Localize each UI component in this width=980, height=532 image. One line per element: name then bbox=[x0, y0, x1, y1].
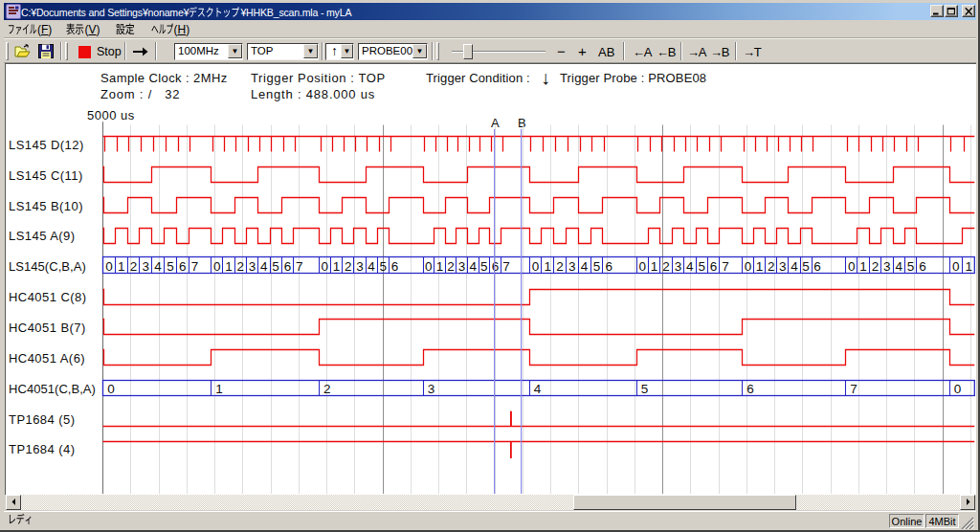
svg-text:1: 1 bbox=[333, 259, 341, 274]
svg-text:3: 3 bbox=[458, 259, 466, 274]
svg-text:1: 1 bbox=[215, 382, 223, 396]
svg-text:1: 1 bbox=[436, 259, 444, 274]
svg-text:1: 1 bbox=[859, 259, 867, 274]
svg-text:0: 0 bbox=[107, 382, 115, 396]
svg-text:3: 3 bbox=[428, 382, 435, 396]
svg-text:1: 1 bbox=[965, 259, 972, 274]
svg-text:0: 0 bbox=[105, 259, 113, 274]
svg-text:0: 0 bbox=[954, 382, 962, 396]
svg-text:2: 2 bbox=[323, 382, 331, 396]
svg-text:4: 4 bbox=[895, 259, 902, 274]
svg-text:3: 3 bbox=[675, 259, 682, 274]
svg-text:7: 7 bbox=[502, 259, 510, 274]
svg-text:2: 2 bbox=[345, 259, 352, 274]
svg-text:7: 7 bbox=[296, 259, 303, 274]
svg-text:4: 4 bbox=[534, 382, 542, 396]
svg-text:0: 0 bbox=[638, 259, 646, 274]
svg-text:1: 1 bbox=[651, 259, 658, 274]
svg-text:5: 5 bbox=[480, 259, 488, 274]
svg-text:3: 3 bbox=[143, 259, 150, 274]
svg-text:3: 3 bbox=[249, 259, 256, 274]
svg-text:0: 0 bbox=[745, 259, 752, 274]
svg-text:0: 0 bbox=[425, 259, 433, 274]
svg-text:7: 7 bbox=[191, 259, 199, 274]
svg-text:5: 5 bbox=[167, 259, 174, 274]
svg-text:5: 5 bbox=[907, 259, 915, 274]
svg-text:0: 0 bbox=[952, 259, 960, 274]
svg-text:4: 4 bbox=[260, 259, 268, 274]
svg-text:4: 4 bbox=[686, 259, 694, 274]
svg-text:0: 0 bbox=[213, 259, 221, 274]
svg-text:6: 6 bbox=[179, 259, 187, 274]
svg-text:1: 1 bbox=[225, 259, 233, 274]
svg-text:4: 4 bbox=[469, 259, 477, 274]
svg-text:5: 5 bbox=[593, 259, 601, 274]
svg-text:3: 3 bbox=[883, 259, 891, 274]
svg-text:6: 6 bbox=[746, 382, 754, 396]
svg-text:6: 6 bbox=[284, 259, 292, 274]
svg-text:0: 0 bbox=[532, 259, 540, 274]
svg-text:7: 7 bbox=[722, 259, 729, 274]
svg-text:2: 2 bbox=[662, 259, 670, 274]
svg-text:2: 2 bbox=[556, 259, 564, 274]
svg-text:6: 6 bbox=[605, 259, 612, 274]
svg-text:5: 5 bbox=[272, 259, 279, 274]
svg-text:1: 1 bbox=[756, 259, 764, 274]
svg-text:4: 4 bbox=[581, 259, 589, 274]
svg-text:6: 6 bbox=[492, 259, 500, 274]
svg-text:6: 6 bbox=[391, 259, 399, 274]
svg-text:0: 0 bbox=[848, 259, 856, 274]
svg-text:6: 6 bbox=[919, 259, 926, 274]
svg-text:4: 4 bbox=[791, 259, 798, 274]
svg-text:4: 4 bbox=[368, 259, 375, 274]
svg-text:6: 6 bbox=[710, 259, 718, 274]
svg-text:5: 5 bbox=[802, 259, 810, 274]
svg-text:2: 2 bbox=[130, 259, 138, 274]
svg-text:2: 2 bbox=[872, 259, 880, 274]
svg-text:6: 6 bbox=[813, 259, 821, 274]
svg-text:3: 3 bbox=[568, 259, 576, 274]
svg-text:3: 3 bbox=[356, 259, 364, 274]
svg-text:1: 1 bbox=[118, 259, 125, 274]
svg-text:7: 7 bbox=[850, 382, 858, 396]
svg-text:3: 3 bbox=[779, 259, 787, 274]
svg-text:2: 2 bbox=[768, 259, 775, 274]
svg-text:5: 5 bbox=[641, 382, 649, 396]
svg-text:1: 1 bbox=[544, 259, 551, 274]
svg-text:5: 5 bbox=[380, 259, 388, 274]
svg-text:2: 2 bbox=[447, 259, 455, 274]
svg-text:5: 5 bbox=[698, 259, 705, 274]
svg-text:4: 4 bbox=[154, 259, 162, 274]
svg-text:2: 2 bbox=[236, 259, 244, 274]
svg-text:0: 0 bbox=[322, 259, 329, 274]
